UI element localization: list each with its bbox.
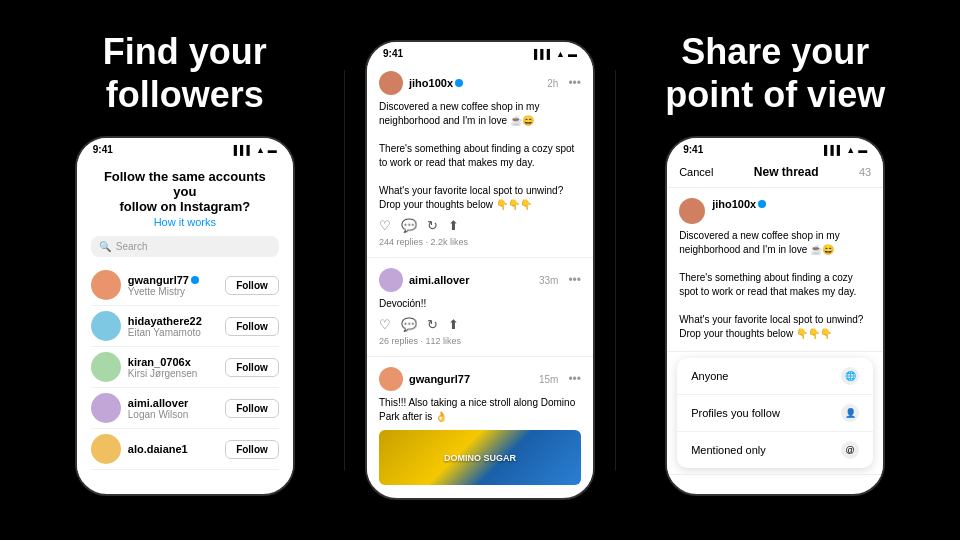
post-more-3[interactable]: ••• [568, 372, 581, 386]
comment-icon-2[interactable]: 💬 [401, 317, 417, 332]
follow-btn-5[interactable]: Follow [225, 440, 279, 459]
status-icons-3: ▌▌▌ ▲ ▬ [824, 145, 867, 155]
compose-footer: Anyone can reply Post [667, 474, 883, 483]
post-more-1[interactable]: ••• [568, 76, 581, 90]
post-stats-2: 26 replies · 112 likes [379, 336, 581, 346]
mentioned-icon: @ [841, 441, 859, 459]
status-icons-1: ▌▌▌ ▲ ▬ [234, 145, 277, 155]
post-username-2: aimi.allover [409, 274, 470, 286]
post-header-3: gwangurl77 15m ••• [379, 367, 581, 391]
post-username-1: jiho100x [409, 77, 463, 89]
avatar-hidayat [91, 311, 121, 341]
repost-icon-2[interactable]: ↻ [427, 317, 438, 332]
signal-icon-3: ▌▌▌ [824, 145, 843, 155]
compose-avatar [679, 198, 705, 224]
wifi-icon-3: ▲ [846, 145, 855, 155]
user-row-3: kiran_0706x Kirsi Jørgensen Follow [91, 347, 279, 388]
status-bar-3: 9:41 ▌▌▌ ▲ ▬ [667, 138, 883, 157]
post-time-3: 15m [539, 374, 558, 385]
avatar-kiran [91, 352, 121, 382]
status-bar-2: 9:41 ▌▌▌ ▲ ▬ [367, 42, 593, 61]
follow-btn-3[interactable]: Follow [225, 358, 279, 377]
privacy-anyone[interactable]: Anyone 🌐 [677, 358, 873, 395]
search-placeholder: Search [116, 241, 148, 252]
post-more-2[interactable]: ••• [568, 273, 581, 287]
avatar-aimi [91, 393, 121, 423]
time-2: 9:41 [383, 48, 403, 59]
share-icon-1[interactable]: ⬆ [448, 218, 459, 233]
cancel-button[interactable]: Cancel [679, 166, 713, 178]
post-text-3: This!!! Also taking a nice stroll along … [379, 396, 581, 424]
signal-icon: ▌▌▌ [234, 145, 253, 155]
post-time-1: 2h [547, 78, 558, 89]
time-1: 9:41 [93, 144, 113, 155]
realname-1: Yvette Mistry [128, 286, 218, 297]
battery-icon-3: ▬ [858, 145, 867, 155]
heart-icon-1[interactable]: ♡ [379, 218, 391, 233]
how-it-works-link[interactable]: How it works [91, 216, 279, 228]
anyone-can-reply: Anyone can reply [679, 482, 756, 484]
following-icon: 👤 [841, 404, 859, 422]
follow-content: Follow the same accounts you follow on I… [77, 157, 293, 482]
post-stats-1: 244 replies · 2.2k likes [379, 237, 581, 247]
post-verified-1 [455, 79, 463, 87]
heart-icon-2[interactable]: ♡ [379, 317, 391, 332]
domino-image: DOMINO SUGAR [379, 430, 581, 485]
avatar-alo [91, 434, 121, 464]
compose-user: jiho100x [679, 198, 871, 224]
user-info-3: kiran_0706x Kirsi Jørgensen [128, 356, 218, 379]
comment-icon-1[interactable]: 💬 [401, 218, 417, 233]
follow-header: Follow the same accounts you follow on I… [91, 169, 279, 214]
privacy-menu: Anyone 🌐 Profiles you follow 👤 Mentioned… [677, 358, 873, 468]
username-5: alo.daiane1 [128, 443, 218, 455]
domino-text: DOMINO SUGAR [444, 453, 516, 463]
user-info-5: alo.daiane1 [128, 443, 218, 455]
app-container: Find your followers 9:41 ▌▌▌ ▲ ▬ Follow … [0, 0, 960, 540]
repost-icon-1[interactable]: ↻ [427, 218, 438, 233]
compose-verified [758, 200, 766, 208]
status-bar-1: 9:41 ▌▌▌ ▲ ▬ [77, 138, 293, 157]
divider-1 [344, 70, 345, 470]
compose-text[interactable]: Discovered a new coffee shop in my neigh… [679, 229, 871, 341]
panel-find-followers: Find your followers 9:41 ▌▌▌ ▲ ▬ Follow … [35, 20, 335, 520]
username-4: aimi.allover [128, 397, 218, 409]
user-info-2: hidayathere22 Eitan Yamamoto [128, 315, 218, 338]
thread-post-3: gwangurl77 15m ••• This!!! Also taking a… [367, 357, 593, 487]
username-1: gwangurl77 [128, 274, 218, 286]
privacy-mentioned[interactable]: Mentioned only @ [677, 432, 873, 468]
username-3: kiran_0706x [128, 356, 218, 368]
compose-body: jiho100x Discovered a new coffee shop in… [667, 188, 883, 352]
new-thread-title: New thread [754, 165, 819, 179]
battery-icon-2: ▬ [568, 49, 577, 59]
user-row-5: alo.daiane1 Follow [91, 429, 279, 470]
panel-compose: Share your point of view 9:41 ▌▌▌ ▲ ▬ Ca… [625, 20, 925, 520]
username-2: hidayathere22 [128, 315, 218, 327]
phone-frame-1: 9:41 ▌▌▌ ▲ ▬ Follow the same accounts yo… [75, 136, 295, 496]
panel-feed: 9:41 ▌▌▌ ▲ ▬ jiho100x 2h [355, 20, 605, 520]
post-header-2: aimi.allover 33m ••• [379, 268, 581, 292]
thread-post-2: aimi.allover 33m ••• Devoción!! ♡ 💬 ↻ ⬆ … [367, 258, 593, 357]
post-button[interactable]: Post [847, 481, 871, 483]
user-info-4: aimi.allover Logan Wilson [128, 397, 218, 420]
post-text-2: Devoción!! [379, 297, 581, 311]
share-icon-2[interactable]: ⬆ [448, 317, 459, 332]
wifi-icon-2: ▲ [556, 49, 565, 59]
post-username-3: gwangurl77 [409, 373, 470, 385]
user-row-1: gwangurl77 Yvette Mistry Follow [91, 265, 279, 306]
privacy-following[interactable]: Profiles you follow 👤 [677, 395, 873, 432]
post-avatar-1 [379, 71, 403, 95]
signal-icon-2: ▌▌▌ [534, 49, 553, 59]
compose-header: Cancel New thread 43 [667, 157, 883, 188]
status-icons-2: ▌▌▌ ▲ ▬ [534, 49, 577, 59]
anyone-icon: 🌐 [841, 367, 859, 385]
post-text-1: Discovered a new coffee shop in my neigh… [379, 100, 581, 212]
search-bar[interactable]: 🔍 Search [91, 236, 279, 257]
compose-content: Cancel New thread 43 jiho100x [667, 157, 883, 483]
follow-btn-4[interactable]: Follow [225, 399, 279, 418]
panel1-title: Find your followers [103, 30, 267, 116]
follow-btn-1[interactable]: Follow [225, 276, 279, 295]
wifi-icon: ▲ [256, 145, 265, 155]
avatar-gwangurl [91, 270, 121, 300]
follow-btn-2[interactable]: Follow [225, 317, 279, 336]
user-row-2: hidayathere22 Eitan Yamamoto Follow [91, 306, 279, 347]
